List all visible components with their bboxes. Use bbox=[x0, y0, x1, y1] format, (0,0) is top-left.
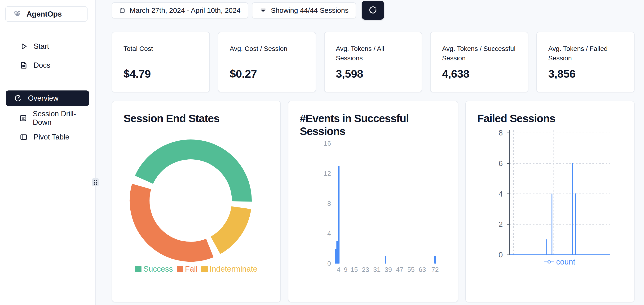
paperclip-logo-icon bbox=[13, 9, 22, 19]
sidebar-divider-bottom bbox=[0, 83, 95, 83]
chart-title: Failed Sessions bbox=[477, 112, 555, 125]
x-tick-label: 4 bbox=[337, 266, 340, 274]
session-end-states-card: Session End States SuccessFailIndetermin… bbox=[112, 101, 281, 302]
y-tick-label: 2 bbox=[477, 220, 503, 228]
gauge-icon bbox=[13, 94, 23, 103]
calendar-icon bbox=[119, 7, 126, 14]
failed-y-axis-labels: 86420 bbox=[480, 130, 506, 255]
sidebar-resize-handle[interactable] bbox=[92, 178, 99, 186]
legend-item-indeterminate: Indeterminate bbox=[201, 264, 258, 273]
sidebar-item-pivot-table[interactable]: Pivot Table bbox=[6, 130, 89, 144]
legend-item-fail: Fail bbox=[177, 264, 198, 273]
filter-icon bbox=[260, 7, 267, 14]
x-tick-label: 63 bbox=[418, 266, 426, 274]
logo-text: AgentOps bbox=[26, 10, 62, 19]
date-range-button[interactable]: March 27th, 2024 - April 10th, 2024 bbox=[112, 2, 248, 19]
sidebar-item-label: Pivot Table bbox=[34, 133, 69, 141]
legend-label: Success bbox=[143, 264, 173, 273]
columns-icon bbox=[19, 132, 28, 142]
stat-card-avg-tokens-successful: Avg. Tokens / Successful Session 4,638 bbox=[430, 32, 528, 92]
y-tick-label: 6 bbox=[477, 159, 503, 168]
stat-label: Avg. Cost / Session bbox=[230, 44, 305, 64]
legend-label: Indeterminate bbox=[210, 264, 258, 273]
sidebar-item-label: Session Drill-Down bbox=[33, 110, 89, 127]
y-tick-label: 16 bbox=[307, 139, 331, 148]
failed-sessions-plot[interactable] bbox=[506, 130, 611, 256]
charts-row: Session End States SuccessFailIndetermin… bbox=[112, 101, 634, 302]
x-tick-label: 15 bbox=[350, 266, 358, 274]
x-tick-label: 39 bbox=[384, 266, 392, 274]
legend-item-success: Success bbox=[135, 264, 173, 273]
x-tick-label: 9 bbox=[344, 266, 348, 274]
y-tick-label: 4 bbox=[307, 229, 331, 237]
stat-card-total-cost: Total Cost $4.79 bbox=[112, 32, 210, 92]
y-tick-label: 8 bbox=[477, 129, 503, 137]
sidebar-item-start[interactable]: Start bbox=[6, 40, 89, 53]
y-tick-label: 8 bbox=[307, 200, 331, 208]
x-tick-label: 47 bbox=[396, 266, 403, 274]
donut-legend: SuccessFailIndeterminate bbox=[112, 264, 280, 273]
count-legend[interactable]: count bbox=[509, 257, 611, 266]
sidebar-item-docs[interactable]: Docs bbox=[6, 59, 89, 72]
donut-segment-fail[interactable] bbox=[140, 186, 210, 252]
sidebar-divider-top bbox=[0, 30, 95, 30]
y-tick-label: 4 bbox=[477, 190, 503, 198]
legend-label: Fail bbox=[185, 264, 198, 273]
legend-swatch bbox=[135, 266, 142, 272]
play-icon bbox=[19, 42, 28, 51]
sidebar-item-overview[interactable]: Overview bbox=[6, 91, 89, 106]
sidebar: AgentOps Start Docs bbox=[0, 0, 96, 305]
list-box-icon bbox=[19, 113, 28, 123]
stat-label: Avg. Tokens / Successful Session bbox=[442, 44, 517, 64]
event-count-bar[interactable] bbox=[338, 166, 340, 263]
donut-segment-success[interactable] bbox=[144, 149, 242, 201]
stat-value: 3,598 bbox=[336, 67, 411, 80]
document-icon bbox=[19, 61, 28, 70]
events-x-axis-labels: 491523313947556372 bbox=[333, 266, 441, 274]
chart-title: Session End States bbox=[124, 112, 219, 125]
events-bar-plot[interactable] bbox=[333, 144, 441, 263]
count-legend-marker bbox=[544, 260, 554, 264]
x-tick-label: 23 bbox=[362, 266, 369, 274]
stat-card-avg-cost: Avg. Cost / Session $0.27 bbox=[218, 32, 316, 92]
sidebar-item-session-drill-down[interactable]: Session Drill-Down bbox=[6, 112, 89, 125]
x-tick-label: 31 bbox=[373, 266, 380, 274]
stat-label: Avg. Tokens / All Sessions bbox=[336, 44, 411, 64]
donut-segment-indeterminate[interactable] bbox=[216, 208, 241, 245]
date-range-label: March 27th, 2024 - April 10th, 2024 bbox=[130, 7, 240, 15]
legend-swatch bbox=[177, 266, 183, 272]
x-tick-label: 72 bbox=[431, 266, 439, 274]
x-tick-label: 55 bbox=[407, 266, 414, 274]
event-count-bar[interactable] bbox=[434, 256, 436, 263]
count-series-line[interactable] bbox=[510, 163, 610, 255]
sessions-filter-button[interactable]: Showing 44/44 Sessions bbox=[252, 2, 356, 19]
stat-label: Avg. Tokens / Failed Session bbox=[548, 44, 623, 64]
y-tick-label: 0 bbox=[477, 250, 503, 259]
sidebar-item-label: Docs bbox=[34, 61, 50, 70]
sidebar-item-label: Start bbox=[34, 42, 49, 51]
session-end-states-donut[interactable] bbox=[124, 134, 257, 267]
events-histogram-card: #Events in Successful Sessions 1612840 4… bbox=[288, 101, 458, 302]
stat-value: $4.79 bbox=[124, 67, 198, 80]
sessions-filter-label: Showing 44/44 Sessions bbox=[271, 7, 349, 15]
stat-cards-row: Total Cost $4.79 Avg. Cost / Session $0.… bbox=[112, 32, 634, 92]
stat-label: Total Cost bbox=[124, 44, 198, 64]
chart-title: #Events in Successful Sessions bbox=[300, 112, 437, 138]
y-tick-label: 12 bbox=[307, 170, 331, 178]
sidebar-nav: Start Docs Overview bbox=[0, 40, 95, 149]
event-count-bar[interactable] bbox=[385, 256, 386, 263]
main-content: March 27th, 2024 - April 10th, 2024 Show… bbox=[96, 0, 644, 305]
failed-sessions-card: Failed Sessions 86420 count bbox=[465, 101, 634, 302]
stat-card-avg-tokens-all: Avg. Tokens / All Sessions 3,598 bbox=[324, 32, 422, 92]
sidebar-item-label: Overview bbox=[28, 94, 58, 103]
stat-card-avg-tokens-failed: Avg. Tokens / Failed Session 3,856 bbox=[536, 32, 634, 92]
stat-value: 3,856 bbox=[548, 67, 623, 80]
refresh-icon bbox=[368, 5, 378, 16]
count-legend-label: count bbox=[556, 257, 576, 266]
refresh-button[interactable] bbox=[362, 1, 384, 20]
events-y-axis-labels: 1612840 bbox=[307, 144, 331, 263]
stat-value: 4,638 bbox=[442, 67, 517, 80]
toolbar: March 27th, 2024 - April 10th, 2024 Show… bbox=[112, 2, 634, 22]
agentops-logo[interactable]: AgentOps bbox=[5, 6, 88, 22]
stat-value: $0.27 bbox=[230, 67, 305, 80]
